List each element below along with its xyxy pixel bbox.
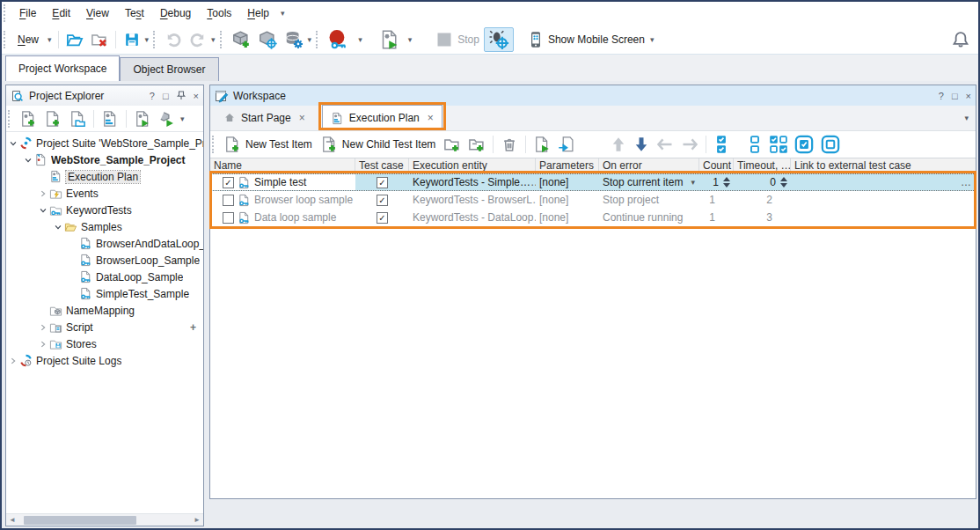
notifications-button[interactable] <box>948 27 973 52</box>
tree-item-script[interactable]: Script + <box>6 319 203 335</box>
table-row[interactable]: ✓ Simple test ✓ KeywordTests - Simple…… … <box>210 173 976 191</box>
panel-maximize-icon[interactable]: □ <box>163 91 169 101</box>
chevron-down-icon[interactable]: ▾ <box>408 35 413 44</box>
organize-execution-plan-button[interactable] <box>98 107 122 130</box>
run-test-button[interactable]: ▾ <box>376 27 415 52</box>
toolbar-grip[interactable] <box>4 4 8 22</box>
panel-help-icon[interactable]: ? <box>150 91 155 101</box>
add-new-project-button[interactable] <box>16 107 40 130</box>
move-left-button[interactable] <box>653 133 677 156</box>
count-value[interactable]: 1 <box>709 211 715 224</box>
menu-overflow-icon[interactable]: ▾ <box>281 9 285 18</box>
table-row[interactable]: Browser loop sample ✓ KeywordTests - Bro… <box>210 191 976 209</box>
chevron-down-icon[interactable] <box>51 223 64 232</box>
chevron-down-icon[interactable]: ▾ <box>308 35 312 44</box>
open-project-button[interactable] <box>62 27 87 52</box>
execution-entity-value[interactable]: KeywordTests - BrowserL… <box>409 191 536 209</box>
test-item-name[interactable]: Simple test <box>254 176 306 188</box>
move-right-button[interactable] <box>677 133 702 156</box>
invert-checks-button[interactable] <box>766 133 791 156</box>
close-tab-icon[interactable]: × <box>299 112 305 124</box>
toolbar-grip[interactable] <box>8 110 12 128</box>
chevron-right-icon[interactable] <box>6 357 19 365</box>
menu-file[interactable]: File <box>11 4 44 23</box>
timeout-value[interactable]: 3 <box>766 211 772 224</box>
tab-list-dropdown-icon[interactable]: ▾ <box>964 114 969 122</box>
count-value[interactable]: 1 <box>713 176 719 188</box>
column-header-name[interactable]: Name <box>210 158 355 173</box>
run-project-button[interactable] <box>130 107 155 130</box>
tree-item-simpletest[interactable]: SimpleTest_Sample <box>6 285 203 302</box>
tree-item-project-suite[interactable]: Project Suite 'WebStore_Sample_Proje <box>6 135 203 151</box>
object-spy-button[interactable] <box>254 27 281 52</box>
row-enabled-checkbox[interactable] <box>223 195 234 206</box>
uncheck-selected-button[interactable] <box>817 133 844 156</box>
count-value[interactable]: 1 <box>709 194 715 206</box>
data-generator-button[interactable]: ▾ <box>281 27 315 52</box>
check-selected-button[interactable] <box>791 133 817 156</box>
tree-item-browserloop[interactable]: BrowserLoop_Sample <box>6 252 203 269</box>
project-explorer-header[interactable]: Project Explorer ? □ × <box>6 85 203 106</box>
panel-close-icon[interactable]: × <box>966 91 971 101</box>
close-tab-icon[interactable]: × <box>428 112 434 124</box>
menu-help[interactable]: Help <box>239 4 277 23</box>
chevron-down-icon[interactable] <box>36 206 49 215</box>
table-row[interactable]: Data loop sample ✓ KeywordTests - DataLo… <box>210 209 976 226</box>
column-header-execution-entity[interactable]: Execution entity <box>409 158 536 173</box>
tree-item-execution-plan[interactable]: Execution Plan <box>6 168 203 185</box>
chevron-down-icon[interactable]: ▾ <box>358 35 362 44</box>
new-child-group-button[interactable] <box>464 133 489 156</box>
move-down-button[interactable] <box>630 133 653 156</box>
tree-item-dataloop[interactable]: DataLoop_Sample <box>6 269 203 285</box>
redo-button[interactable]: ▾ <box>186 27 218 52</box>
chevron-down-icon[interactable]: ▾ <box>145 35 150 44</box>
chevron-down-icon[interactable]: ▾ <box>650 35 655 44</box>
new-item-button[interactable] <box>40 107 65 130</box>
parameters-value[interactable]: [none] <box>536 174 599 190</box>
move-up-button[interactable] <box>607 133 630 156</box>
new-test-item-button[interactable]: New Test Item <box>220 133 317 156</box>
stop-button[interactable]: Stop <box>432 27 484 52</box>
add-script-unit-button[interactable]: + <box>190 321 196 334</box>
run-selected-items-button[interactable] <box>554 133 579 156</box>
toolbar-grip[interactable] <box>153 31 157 48</box>
tab-object-browser[interactable]: Object Browser <box>120 57 218 81</box>
toolbar-grip[interactable] <box>212 136 216 153</box>
column-header-on-error[interactable]: On error <box>599 158 699 173</box>
timeout-spinner[interactable] <box>779 177 787 188</box>
tree-item-stores[interactable]: Stores <box>6 335 203 352</box>
delete-button[interactable] <box>497 133 522 156</box>
run-project-suite-button[interactable]: ▾ <box>155 107 187 130</box>
toolbar-grip[interactable] <box>220 31 224 48</box>
undo-button[interactable] <box>161 27 186 52</box>
menu-edit[interactable]: Edit <box>44 4 78 23</box>
on-error-value[interactable]: Continue running <box>599 209 699 226</box>
chevron-down-icon[interactable]: ▾ <box>180 114 185 123</box>
column-header-parameters[interactable]: Parameters <box>536 158 599 173</box>
chevron-right-icon[interactable] <box>36 189 49 198</box>
timeout-value[interactable]: 2 <box>766 194 772 206</box>
on-error-value[interactable]: Stop project <box>599 191 699 209</box>
add-object-button[interactable] <box>228 27 254 52</box>
test-case-checkbox[interactable]: ✓ <box>377 212 388 224</box>
tab-execution-plan[interactable]: Execution Plan × <box>322 105 442 130</box>
toolbar-grip[interactable] <box>316 31 320 48</box>
save-button[interactable]: ▾ <box>120 27 152 52</box>
tree-item-browseranddataloop[interactable]: BrowserAndDataLoop_ <box>6 235 203 252</box>
tree-item-keywordtests[interactable]: KeywordTests <box>6 202 203 218</box>
menu-debug[interactable]: Debug <box>152 4 199 23</box>
tree-item-samples[interactable]: Samples <box>6 218 203 235</box>
panel-pin-icon[interactable] <box>177 91 186 100</box>
test-item-name[interactable]: Browser loop sample <box>254 194 353 206</box>
count-spinner[interactable] <box>722 177 730 188</box>
menu-view[interactable]: View <box>78 4 117 23</box>
row-enabled-checkbox[interactable]: ✓ <box>223 177 234 188</box>
test-item-name[interactable]: Data loop sample <box>254 211 336 224</box>
toolbar-grip[interactable] <box>4 31 8 48</box>
new-group-button[interactable] <box>440 133 464 156</box>
chevron-right-icon[interactable] <box>36 340 49 349</box>
panel-close-icon[interactable]: × <box>194 91 199 101</box>
column-header-link[interactable]: Link to external test case <box>791 158 976 173</box>
tree-item-namemapping[interactable]: NameMapping <box>6 302 203 319</box>
on-error-value[interactable]: Stop current item <box>603 176 683 188</box>
